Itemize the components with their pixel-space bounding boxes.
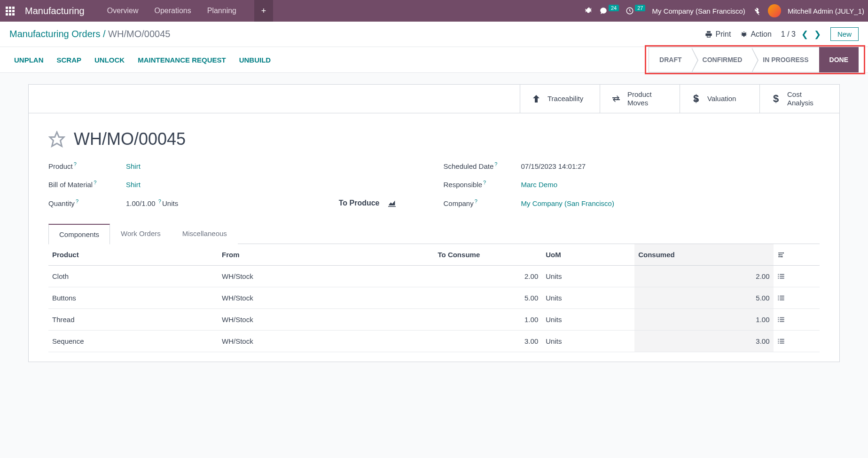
- pager-next[interactable]: ❯: [814, 29, 821, 39]
- cell-to-consume: 1.00: [434, 309, 542, 331]
- details-icon[interactable]: [774, 309, 797, 331]
- cell-consumed: 5.00: [634, 287, 773, 309]
- to-produce-label: To Produce: [339, 199, 380, 207]
- cell-uom: Units: [542, 287, 634, 309]
- cell-to-consume: 2.00: [434, 266, 542, 287]
- tools-icon[interactable]: [752, 6, 761, 16]
- maintenance-request-button[interactable]: MAINTENANCE REQUEST: [138, 56, 226, 64]
- bug-icon[interactable]: [584, 7, 593, 15]
- help-icon[interactable]: ?: [158, 198, 161, 204]
- stat-cost-analysis[interactable]: $ Cost Analysis: [759, 85, 839, 113]
- table-row[interactable]: Thread WH/Stock 1.00 Units 1.00: [48, 309, 820, 331]
- svg-rect-21: [778, 319, 779, 320]
- pager: 1 / 3 ❮ ❯: [781, 29, 821, 39]
- tab-work-orders[interactable]: Work Orders: [110, 223, 172, 244]
- svg-point-4: [782, 252, 784, 253]
- help-icon[interactable]: ?: [74, 161, 77, 167]
- arrow-up-icon: [531, 93, 542, 104]
- status-in-progress[interactable]: IN PROGRESS: [752, 47, 819, 72]
- components-table: Product From To Consume UoM Consumed Clo…: [48, 244, 820, 352]
- cell-product: Sequence: [48, 331, 218, 352]
- cell-from: WH/Stock: [218, 266, 434, 287]
- cell-uom: Units: [542, 266, 634, 287]
- svg-rect-13: [778, 295, 779, 296]
- field-scheduled-date: Scheduled Date? 07/15/2023 14:01:27: [444, 162, 820, 170]
- scheduled-value: 07/15/2023 14:01:27: [521, 162, 586, 170]
- field-company: Company? My Company (San Francisco): [444, 199, 820, 207]
- status-done[interactable]: DONE: [819, 47, 859, 72]
- svg-rect-25: [778, 339, 779, 340]
- svg-rect-15: [778, 297, 779, 298]
- unlock-button[interactable]: UNLOCK: [94, 56, 125, 64]
- cell-from: WH/Stock: [218, 309, 434, 331]
- favorite-star-icon[interactable]: [48, 131, 65, 148]
- activities-icon[interactable]: 27: [626, 7, 645, 15]
- cell-consumed: 3.00: [634, 331, 773, 352]
- stat-product-moves[interactable]: Product Moves: [600, 85, 680, 113]
- details-icon[interactable]: [774, 331, 797, 352]
- action-menu[interactable]: Action: [740, 30, 771, 39]
- product-value[interactable]: Shirt: [126, 162, 141, 170]
- svg-rect-16: [780, 297, 784, 298]
- status-draft[interactable]: DRAFT: [649, 47, 692, 72]
- app-name[interactable]: Manufacturing: [25, 6, 85, 16]
- svg-rect-9: [778, 276, 779, 276]
- cell-consumed: 2.00: [634, 266, 773, 287]
- print-button[interactable]: Print: [705, 30, 731, 39]
- help-icon[interactable]: ?: [94, 180, 96, 185]
- status-confirmed[interactable]: CONFIRMED: [692, 47, 753, 72]
- avatar[interactable]: [768, 4, 781, 17]
- top-navbar: Manufacturing Overview Operations Planni…: [0, 0, 868, 22]
- bom-value[interactable]: Shirt: [126, 181, 141, 189]
- table-row[interactable]: Sequence WH/Stock 3.00 Units 3.00: [48, 331, 820, 352]
- col-product: Product: [48, 244, 218, 266]
- activities-badge: 27: [635, 5, 645, 11]
- nav-overview[interactable]: Overview: [102, 4, 144, 18]
- pager-text: 1 / 3: [781, 30, 796, 39]
- help-icon[interactable]: ?: [494, 161, 497, 167]
- table-row[interactable]: Cloth WH/Stock 2.00 Units 2.00: [48, 266, 820, 287]
- company-value[interactable]: My Company (San Francisco): [521, 199, 614, 207]
- messages-icon[interactable]: 24: [599, 7, 619, 15]
- cell-product: Thread: [48, 309, 218, 331]
- help-icon[interactable]: ?: [475, 198, 477, 204]
- cell-from: WH/Stock: [218, 287, 434, 309]
- svg-rect-26: [780, 339, 784, 340]
- breadcrumb-root[interactable]: Manufacturing Orders: [9, 29, 100, 39]
- pager-prev[interactable]: ❮: [801, 29, 808, 39]
- svg-rect-22: [780, 319, 784, 320]
- nav-operations[interactable]: Operations: [149, 4, 196, 18]
- col-to-consume: To Consume: [434, 244, 542, 266]
- stat-valuation[interactable]: $ Valuation: [680, 85, 759, 113]
- chart-icon[interactable]: [387, 199, 397, 207]
- user-menu[interactable]: Mitchell Admin (JULY_1): [788, 7, 864, 15]
- company-switcher[interactable]: My Company (San Francisco): [652, 7, 745, 15]
- new-button[interactable]: New: [830, 27, 859, 41]
- table-row[interactable]: Buttons WH/Stock 5.00 Units 5.00: [48, 287, 820, 309]
- svg-text:$: $: [773, 93, 779, 104]
- field-quantity: Quantity? 1.00/1.00 ? Units To Produce: [48, 199, 425, 207]
- col-settings[interactable]: [774, 244, 797, 266]
- unplan-button[interactable]: UNPLAN: [14, 56, 44, 64]
- col-consumed: Consumed: [634, 244, 773, 266]
- tabs: Components Work Orders Miscellaneous: [48, 223, 820, 244]
- nav-planning[interactable]: Planning: [202, 4, 242, 18]
- details-icon[interactable]: [774, 266, 797, 287]
- actions-status-row: UNPLAN SCRAP UNLOCK MAINTENANCE REQUEST …: [0, 47, 868, 73]
- scrap-button[interactable]: SCRAP: [57, 56, 82, 64]
- apps-icon[interactable]: [4, 5, 16, 17]
- cell-to-consume: 5.00: [434, 287, 542, 309]
- col-uom: UoM: [542, 244, 634, 266]
- unbuild-button[interactable]: UNBUILD: [239, 56, 271, 64]
- cell-product: Cloth: [48, 266, 218, 287]
- stat-traceability[interactable]: Traceability: [520, 85, 600, 113]
- details-icon[interactable]: [774, 287, 797, 309]
- help-icon[interactable]: ?: [483, 180, 486, 185]
- responsible-value[interactable]: Marc Demo: [521, 181, 558, 189]
- tab-miscellaneous[interactable]: Miscellaneous: [172, 223, 238, 244]
- dollar-icon: $: [690, 93, 702, 104]
- tab-components[interactable]: Components: [48, 224, 110, 245]
- nav-new-tab[interactable]: +: [254, 0, 273, 22]
- help-icon[interactable]: ?: [76, 198, 78, 204]
- breadcrumb-row: Manufacturing Orders / WH/MO/00045 Print…: [0, 22, 868, 47]
